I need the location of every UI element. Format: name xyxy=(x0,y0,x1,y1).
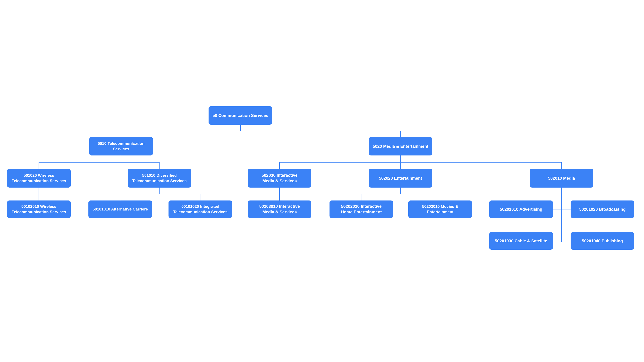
node-50202010[interactable]: 50202010 Movies & Entertainment xyxy=(408,200,472,218)
node-50201010[interactable]: 50201010 Advertising xyxy=(489,200,553,218)
node-5010[interactable]: 5010 Telecommunication Services xyxy=(89,137,153,155)
node-50203010[interactable]: 50203010 Interactive Media & Services xyxy=(248,200,311,218)
node-root[interactable]: 50 Communication Services xyxy=(208,106,272,125)
node-502030[interactable]: 502030 Interactive Media & Services xyxy=(248,169,311,188)
node-50201020[interactable]: 50201020 Broadcasting xyxy=(570,200,634,218)
node-50101020[interactable]: 50101020 Integrated Telecommunication Se… xyxy=(168,200,232,218)
node-50202020[interactable]: 50202020 Interactive Home Entertainment xyxy=(330,200,393,218)
node-50201040[interactable]: 50201040 Publishing xyxy=(570,232,634,250)
node-501010[interactable]: 501010 Diversified Telecommunication Ser… xyxy=(128,169,191,188)
node-5020[interactable]: 5020 Media & Entertainment xyxy=(369,137,432,155)
node-50102010[interactable]: 50102010 Wireless Telecommunication Serv… xyxy=(7,200,71,218)
node-50101010[interactable]: 50101010 Alternative Carriers xyxy=(88,200,152,218)
node-50201030[interactable]: 50201030 Cable & Satellite xyxy=(489,232,553,250)
node-501020[interactable]: 501020 Wireless Telecommunication Servic… xyxy=(7,169,71,188)
node-502010[interactable]: 502010 Media xyxy=(530,169,593,188)
node-502020[interactable]: 502020 Entertainment xyxy=(369,169,432,188)
